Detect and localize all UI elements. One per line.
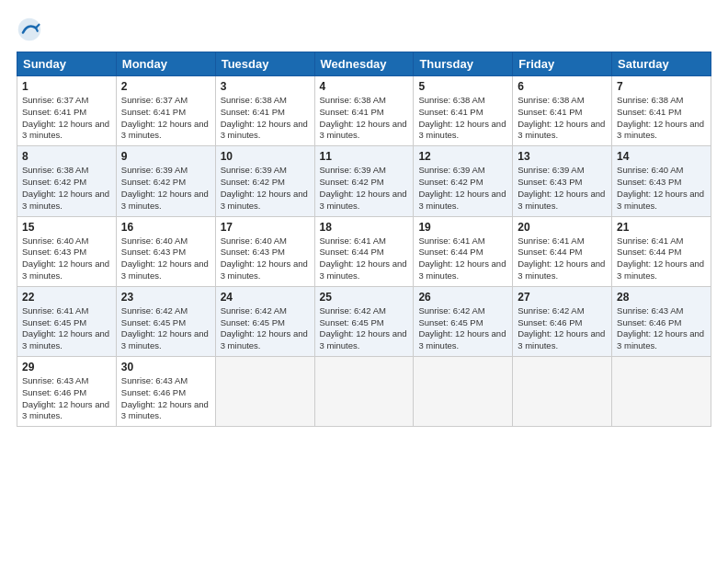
table-row: 4 Sunrise: 6:38 AM Sunset: 6:41 PM Dayli… xyxy=(314,76,414,146)
table-row: 22 Sunrise: 6:41 AM Sunset: 6:45 PM Dayl… xyxy=(17,286,117,356)
sunrise-label: Sunrise: 6:40 AM xyxy=(221,236,287,246)
sunset-label: Sunset: 6:44 PM xyxy=(617,247,681,257)
sunset-label: Sunset: 6:43 PM xyxy=(22,247,86,257)
day-number: 23 xyxy=(121,291,210,304)
daylight-label: Daylight: 12 hours and 3 minutes. xyxy=(22,399,109,421)
sunset-label: Sunset: 6:42 PM xyxy=(320,177,384,187)
day-info: Sunrise: 6:40 AM Sunset: 6:43 PM Dayligh… xyxy=(22,236,111,282)
day-info: Sunrise: 6:38 AM Sunset: 6:42 PM Dayligh… xyxy=(22,165,111,212)
col-monday: Monday xyxy=(116,52,215,76)
sunrise-label: Sunrise: 6:38 AM xyxy=(518,95,584,105)
day-info: Sunrise: 6:42 AM Sunset: 6:46 PM Dayligh… xyxy=(518,305,607,352)
table-row: 20 Sunrise: 6:41 AM Sunset: 6:44 PM Dayl… xyxy=(513,216,612,286)
sunset-label: Sunset: 6:45 PM xyxy=(320,317,384,327)
day-number: 26 xyxy=(418,291,507,304)
calendar-week-row: 1 Sunrise: 6:37 AM Sunset: 6:41 PM Dayli… xyxy=(17,76,711,146)
header xyxy=(17,17,711,42)
daylight-label: Daylight: 12 hours and 3 minutes. xyxy=(121,189,209,211)
sunrise-label: Sunrise: 6:41 AM xyxy=(320,236,386,246)
sunrise-label: Sunrise: 6:42 AM xyxy=(418,305,484,316)
day-info: Sunrise: 6:37 AM Sunset: 6:41 PM Dayligh… xyxy=(121,95,210,142)
sunrise-label: Sunrise: 6:38 AM xyxy=(418,95,484,105)
sunset-label: Sunset: 6:42 PM xyxy=(121,177,186,187)
sunrise-label: Sunrise: 6:43 AM xyxy=(121,375,188,385)
daylight-label: Daylight: 12 hours and 3 minutes. xyxy=(22,119,109,141)
sunrise-label: Sunrise: 6:39 AM xyxy=(320,165,386,175)
sunrise-label: Sunrise: 6:42 AM xyxy=(320,305,386,316)
table-row: 30 Sunrise: 6:43 AM Sunset: 6:46 PM Dayl… xyxy=(116,357,215,427)
col-thursday: Thursday xyxy=(414,52,513,76)
table-row: 23 Sunrise: 6:42 AM Sunset: 6:45 PM Dayl… xyxy=(116,286,215,356)
table-row xyxy=(314,357,414,427)
day-number: 18 xyxy=(320,221,409,234)
sunrise-label: Sunrise: 6:40 AM xyxy=(22,236,88,246)
sunset-label: Sunset: 6:44 PM xyxy=(320,247,384,257)
day-number: 28 xyxy=(617,291,706,304)
day-number: 9 xyxy=(121,150,210,163)
sunset-label: Sunset: 6:45 PM xyxy=(121,317,186,327)
day-number: 8 xyxy=(22,150,111,163)
day-number: 17 xyxy=(221,221,310,234)
sunset-label: Sunset: 6:43 PM xyxy=(221,247,285,257)
daylight-label: Daylight: 12 hours and 3 minutes. xyxy=(418,119,506,141)
sunset-label: Sunset: 6:41 PM xyxy=(221,107,285,117)
col-saturday: Saturday xyxy=(612,52,711,76)
sunrise-label: Sunrise: 6:38 AM xyxy=(221,95,287,105)
day-number: 16 xyxy=(121,221,210,234)
table-row: 17 Sunrise: 6:40 AM Sunset: 6:43 PM Dayl… xyxy=(215,216,314,286)
sunset-label: Sunset: 6:46 PM xyxy=(121,387,186,397)
sunrise-label: Sunrise: 6:39 AM xyxy=(518,165,584,175)
sunset-label: Sunset: 6:41 PM xyxy=(418,107,483,117)
day-info: Sunrise: 6:38 AM Sunset: 6:41 PM Dayligh… xyxy=(418,95,507,142)
sunrise-label: Sunrise: 6:38 AM xyxy=(320,95,386,105)
daylight-label: Daylight: 12 hours and 3 minutes. xyxy=(22,189,109,211)
day-number: 25 xyxy=(320,291,409,304)
calendar-week-row: 29 Sunrise: 6:43 AM Sunset: 6:46 PM Dayl… xyxy=(17,357,711,427)
table-row: 10 Sunrise: 6:39 AM Sunset: 6:42 PM Dayl… xyxy=(215,146,314,216)
daylight-label: Daylight: 12 hours and 3 minutes. xyxy=(121,259,209,281)
calendar-week-row: 15 Sunrise: 6:40 AM Sunset: 6:43 PM Dayl… xyxy=(17,216,711,286)
day-info: Sunrise: 6:39 AM Sunset: 6:42 PM Dayligh… xyxy=(121,165,210,212)
daylight-label: Daylight: 12 hours and 3 minutes. xyxy=(418,328,506,350)
sunset-label: Sunset: 6:41 PM xyxy=(121,107,186,117)
sunset-label: Sunset: 6:44 PM xyxy=(418,247,483,257)
day-info: Sunrise: 6:42 AM Sunset: 6:45 PM Dayligh… xyxy=(121,305,210,352)
table-row: 9 Sunrise: 6:39 AM Sunset: 6:42 PM Dayli… xyxy=(116,146,215,216)
sunrise-label: Sunrise: 6:39 AM xyxy=(121,165,188,175)
col-sunday: Sunday xyxy=(17,52,117,76)
sunset-label: Sunset: 6:43 PM xyxy=(617,177,681,187)
table-row: 3 Sunrise: 6:38 AM Sunset: 6:41 PM Dayli… xyxy=(215,76,314,146)
sunset-label: Sunset: 6:45 PM xyxy=(22,317,86,327)
daylight-label: Daylight: 12 hours and 3 minutes. xyxy=(121,328,209,350)
table-row: 15 Sunrise: 6:40 AM Sunset: 6:43 PM Dayl… xyxy=(17,216,117,286)
table-row xyxy=(513,357,612,427)
table-row: 19 Sunrise: 6:41 AM Sunset: 6:44 PM Dayl… xyxy=(414,216,513,286)
day-number: 30 xyxy=(121,361,210,373)
sunrise-label: Sunrise: 6:38 AM xyxy=(22,165,88,175)
day-info: Sunrise: 6:43 AM Sunset: 6:46 PM Dayligh… xyxy=(617,305,706,352)
logo xyxy=(17,17,46,42)
day-info: Sunrise: 6:38 AM Sunset: 6:41 PM Dayligh… xyxy=(518,95,607,142)
daylight-label: Daylight: 12 hours and 3 minutes. xyxy=(320,259,407,281)
logo-icon xyxy=(17,17,42,42)
day-number: 6 xyxy=(518,80,607,93)
daylight-label: Daylight: 12 hours and 3 minutes. xyxy=(418,259,506,281)
daylight-label: Daylight: 12 hours and 3 minutes. xyxy=(121,119,209,141)
sunset-label: Sunset: 6:43 PM xyxy=(121,247,186,257)
table-row: 1 Sunrise: 6:37 AM Sunset: 6:41 PM Dayli… xyxy=(17,76,117,146)
day-number: 1 xyxy=(22,80,111,93)
daylight-label: Daylight: 12 hours and 3 minutes. xyxy=(518,259,605,281)
day-info: Sunrise: 6:43 AM Sunset: 6:46 PM Dayligh… xyxy=(22,375,111,422)
col-wednesday: Wednesday xyxy=(314,52,414,76)
sunrise-label: Sunrise: 6:39 AM xyxy=(221,165,287,175)
sunset-label: Sunset: 6:46 PM xyxy=(518,317,582,327)
table-row: 12 Sunrise: 6:39 AM Sunset: 6:42 PM Dayl… xyxy=(414,146,513,216)
sunrise-label: Sunrise: 6:41 AM xyxy=(418,236,484,246)
calendar-week-row: 8 Sunrise: 6:38 AM Sunset: 6:42 PM Dayli… xyxy=(17,146,711,216)
table-row xyxy=(414,357,513,427)
table-row: 5 Sunrise: 6:38 AM Sunset: 6:41 PM Dayli… xyxy=(414,76,513,146)
calendar-header-row: Sunday Monday Tuesday Wednesday Thursday… xyxy=(17,52,711,76)
sunrise-label: Sunrise: 6:43 AM xyxy=(22,375,88,385)
table-row: 14 Sunrise: 6:40 AM Sunset: 6:43 PM Dayl… xyxy=(612,146,711,216)
table-row: 13 Sunrise: 6:39 AM Sunset: 6:43 PM Dayl… xyxy=(513,146,612,216)
